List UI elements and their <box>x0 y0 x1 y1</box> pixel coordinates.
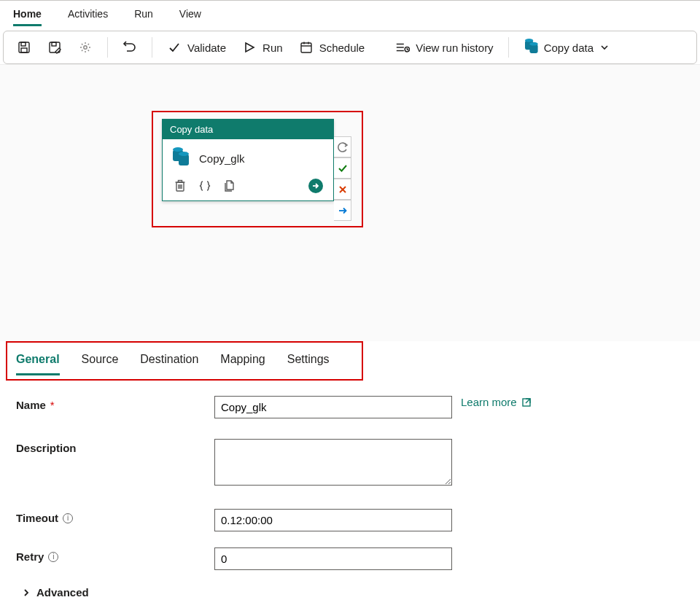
svg-point-5 <box>84 46 87 49</box>
prop-tab-settings[interactable]: Settings <box>287 348 330 375</box>
svg-rect-4 <box>52 42 56 46</box>
delete-icon[interactable] <box>173 179 187 193</box>
save-as-button[interactable] <box>42 37 68 58</box>
info-icon[interactable]: i <box>63 513 73 523</box>
description-label: Description <box>16 439 214 454</box>
learn-more-link[interactable]: Learn more <box>461 396 532 408</box>
validate-button[interactable]: Validate <box>161 37 232 58</box>
retry-label-wrap: Retry i <box>16 547 214 563</box>
chevron-down-icon <box>599 40 610 55</box>
row-name: Name * Learn more <box>16 396 684 418</box>
advanced-toggle[interactable]: Advanced <box>22 586 89 599</box>
row-description: Description <box>16 439 684 488</box>
settings-button[interactable] <box>72 37 98 58</box>
copy-data-dropdown[interactable]: Copy data <box>518 37 615 58</box>
copy-data-icon <box>173 149 190 167</box>
save-button[interactable] <box>11 37 37 58</box>
tab-home[interactable]: Home <box>13 5 42 26</box>
svg-rect-0 <box>19 42 29 52</box>
retry-label: Retry <box>16 550 44 563</box>
check-icon <box>167 40 182 55</box>
run-button[interactable]: Run <box>236 37 289 58</box>
view-run-history-button[interactable]: View run history <box>389 37 499 58</box>
clone-icon[interactable] <box>222 179 237 193</box>
activity-header: Copy data <box>163 120 333 139</box>
copy-data-activity[interactable]: Copy data Copy_glk <box>162 119 334 201</box>
advanced-label: Advanced <box>36 586 89 599</box>
calendar-icon <box>299 40 314 55</box>
general-form: Name * Learn more Description Timeout i … <box>0 375 700 600</box>
retry-input[interactable] <box>214 547 452 570</box>
handle-success[interactable] <box>334 157 351 179</box>
run-label: Run <box>262 42 283 54</box>
external-link-icon <box>521 397 532 408</box>
row-retry: Retry i <box>16 547 684 570</box>
learn-more-label: Learn more <box>461 396 517 408</box>
timeout-label-wrap: Timeout i <box>16 509 214 524</box>
schedule-label: Schedule <box>319 42 365 54</box>
handle-completion[interactable] <box>334 200 351 221</box>
tab-activities[interactable]: Activities <box>68 5 108 26</box>
run-history-icon <box>395 40 410 55</box>
save-icon <box>17 40 31 55</box>
activity-body: Copy_glk <box>163 139 333 174</box>
prop-tab-mapping[interactable]: Mapping <box>220 348 265 375</box>
svg-rect-20 <box>179 181 182 183</box>
svg-marker-6 <box>246 43 254 52</box>
timeout-label: Timeout <box>16 512 58 524</box>
svg-rect-7 <box>301 43 311 52</box>
svg-rect-2 <box>21 48 27 52</box>
required-indicator: * <box>50 399 55 411</box>
ribbon-toolbar: Validate Run Schedule View run history C… <box>3 31 697 64</box>
validate-label: Validate <box>187 42 226 54</box>
top-menu: Home Activities Run View <box>0 0 700 26</box>
tab-view[interactable]: View <box>179 5 201 26</box>
undo-button[interactable] <box>117 37 143 58</box>
separator <box>107 37 108 58</box>
prop-tab-general[interactable]: General <box>16 348 60 375</box>
separator <box>152 37 152 58</box>
copy-data-icon <box>524 40 538 55</box>
separator <box>508 37 509 58</box>
property-tabs: General Source Destination Mapping Setti… <box>0 341 700 375</box>
undo-icon <box>122 40 137 55</box>
prop-tab-destination[interactable]: Destination <box>140 348 198 375</box>
save-as-icon <box>47 40 62 55</box>
row-timeout: Timeout i <box>16 509 684 531</box>
pipeline-canvas[interactable]: Copy data Copy_glk <box>0 64 700 341</box>
svg-line-25 <box>526 399 530 403</box>
description-input[interactable] <box>214 439 452 486</box>
tab-run[interactable]: Run <box>134 5 153 26</box>
activity-name-label: Copy_glk <box>199 152 245 165</box>
code-icon[interactable] <box>198 179 212 193</box>
handle-skip[interactable] <box>334 136 351 157</box>
name-input[interactable] <box>214 396 452 418</box>
chevron-right-icon <box>22 588 31 597</box>
name-label-wrap: Name * <box>16 396 214 411</box>
copy-data-label: Copy data <box>544 42 594 54</box>
schedule-button[interactable]: Schedule <box>293 37 371 58</box>
prop-tab-source[interactable]: Source <box>82 348 119 375</box>
play-icon <box>242 40 257 55</box>
activity-footer <box>163 174 333 200</box>
view-run-history-label: View run history <box>416 42 493 54</box>
svg-rect-1 <box>21 42 26 46</box>
activity-status-handles <box>334 136 351 221</box>
info-icon[interactable]: i <box>48 552 58 562</box>
name-label: Name <box>16 399 46 411</box>
handle-failure[interactable] <box>334 179 351 200</box>
run-activity-icon[interactable] <box>308 179 323 193</box>
timeout-input[interactable] <box>214 509 452 531</box>
gear-icon <box>78 40 93 55</box>
